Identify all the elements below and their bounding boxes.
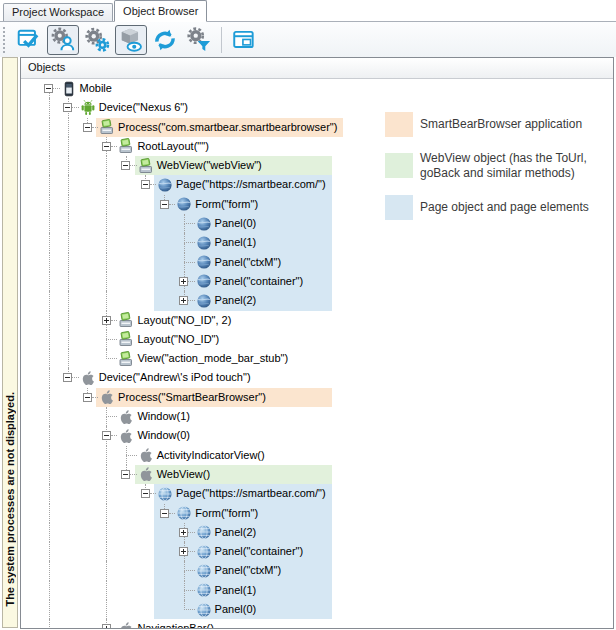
tree-connector [184, 242, 195, 243]
window-check-icon [16, 27, 42, 53]
tree-node-label: Form("form") [195, 195, 258, 214]
gears-user-button[interactable] [47, 25, 79, 55]
object-browser-window: Project Workspace Object Browser The sys… [0, 0, 616, 630]
tree-connector [106, 523, 107, 542]
tree-node[interactable]: Panel(2) [21, 523, 613, 542]
tree-connector [111, 628, 118, 629]
tree-node[interactable]: Layout("NO_ID") [21, 330, 613, 349]
collapse-icon[interactable] [63, 103, 72, 112]
ios-page-icon [196, 563, 212, 579]
collapse-icon[interactable] [102, 431, 111, 440]
system-processes-note-text: The system processes are not displayed. [4, 392, 16, 607]
gear-filter-button[interactable] [183, 25, 215, 55]
tree-node-label: Panel("ctxM") [215, 253, 282, 272]
collapse-icon[interactable] [44, 84, 53, 93]
tree-connector [106, 484, 107, 503]
tree-node[interactable]: Page("https://smartbear.com/") [21, 484, 613, 503]
android-window-icon [118, 351, 134, 367]
tree-node[interactable]: Panel("container") [21, 272, 613, 291]
tree-node[interactable]: View("action_mode_bar_stub") [21, 349, 613, 368]
tree-connector [68, 330, 69, 349]
tree-connector [49, 600, 50, 619]
apple-icon [80, 370, 96, 386]
collapse-icon[interactable] [141, 489, 150, 498]
tree-node[interactable]: Panel(1) [21, 233, 613, 252]
tree-node[interactable]: Layout("NO_ID", 2) [21, 311, 613, 330]
collapse-icon[interactable] [83, 123, 92, 132]
tree-connector [49, 253, 50, 272]
legend-text: Page object and page elements [420, 200, 589, 215]
expand-icon[interactable] [179, 277, 188, 286]
apple-icon [138, 466, 154, 482]
gear-filter-icon [186, 27, 212, 53]
apple-icon [118, 428, 134, 444]
tree-node[interactable]: Panel("ctxM") [21, 253, 613, 272]
tree-connector [68, 195, 69, 214]
collapse-icon[interactable] [160, 509, 169, 518]
legend-item-page: Page object and page elements [385, 195, 589, 220]
tree-connector [106, 272, 107, 291]
tree-connector [184, 571, 185, 581]
tree-node[interactable]: Window(0) [21, 426, 613, 445]
expand-icon[interactable] [102, 316, 111, 325]
cube-eye-button[interactable] [115, 25, 147, 55]
android-window-icon [99, 119, 115, 135]
expand-icon[interactable] [179, 528, 188, 537]
panels-button[interactable] [228, 25, 260, 55]
tree-connector [150, 493, 157, 494]
tree-connector [106, 581, 107, 600]
tree-node[interactable]: WebView() [21, 465, 613, 484]
tree-connector [106, 600, 107, 619]
window-check-button[interactable] [13, 25, 45, 55]
refresh-button[interactable] [149, 25, 181, 55]
tree-node-label: Panel(2) [215, 291, 257, 310]
tree-connector [49, 581, 50, 600]
tree-connector [188, 281, 195, 282]
legend-swatch [385, 153, 413, 178]
apple-icon [99, 389, 115, 405]
tree-node[interactable]: Device("Andrew\'s iPod touch") [21, 368, 613, 387]
collapse-icon[interactable] [83, 393, 92, 402]
tree-node[interactable]: Panel("ctxM") [21, 561, 613, 580]
tree-connector [49, 465, 50, 484]
tree-node-label: Panel(1) [215, 233, 257, 252]
android-window-icon [138, 158, 154, 174]
tree-node-label: Form("form") [195, 504, 258, 523]
expand-icon[interactable] [179, 296, 188, 305]
collapse-icon[interactable] [160, 200, 169, 209]
tree-node[interactable]: Form("form") [21, 504, 613, 523]
tree-node[interactable]: Panel(0) [21, 600, 613, 619]
tree-node[interactable]: Mobile [21, 79, 613, 98]
tree-node[interactable]: Panel(2) [21, 291, 613, 310]
tree-connector [49, 523, 50, 542]
collapse-icon[interactable] [141, 180, 150, 189]
tree-connector [92, 127, 99, 128]
expand-icon[interactable] [102, 624, 111, 629]
tree-node-label: Process("SmartBearBrowser") [118, 388, 266, 407]
tree-connector [49, 195, 50, 214]
tree-node-label: Panel("ctxM") [215, 561, 282, 580]
expand-icon[interactable] [179, 547, 188, 556]
tree-node-label: Layout("NO_ID", 2) [137, 311, 231, 330]
tab-object-browser[interactable]: Object Browser [114, 0, 207, 22]
tree-node[interactable]: Process("SmartBearBrowser") [21, 388, 613, 407]
collapse-icon[interactable] [121, 161, 130, 170]
tree-node[interactable]: NavigationBar() [21, 619, 613, 629]
tree-connector [106, 291, 107, 310]
tree-node[interactable]: Window(1) [21, 407, 613, 426]
collapse-icon[interactable] [121, 470, 130, 479]
collapse-icon[interactable] [63, 373, 72, 382]
gears-button[interactable] [81, 25, 113, 55]
collapse-icon[interactable] [102, 142, 111, 151]
tree-node-label: Layout("NO_ID") [137, 330, 219, 349]
tree-node-label: Mobile [80, 79, 112, 98]
android-window-icon [118, 331, 134, 347]
toolbar-grip-icon[interactable] [3, 27, 8, 53]
android-window-icon [118, 312, 134, 328]
tree-connector [111, 320, 118, 321]
tree-node[interactable]: ActivityIndicatorView() [21, 446, 613, 465]
objects-header: Objects [21, 58, 613, 79]
tree-node[interactable]: Panel(1) [21, 581, 613, 600]
tab-project-workspace[interactable]: Project Workspace [3, 3, 113, 21]
tree-node[interactable]: Panel("container") [21, 542, 613, 561]
